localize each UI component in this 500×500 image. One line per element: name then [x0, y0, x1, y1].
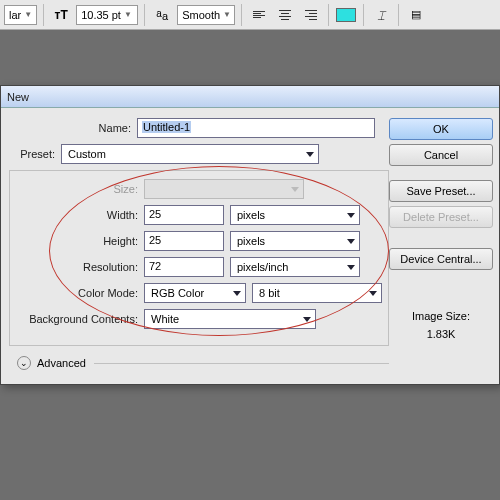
text-color-swatch[interactable] — [335, 4, 357, 26]
align-center-button[interactable] — [274, 4, 296, 26]
dimensions-group: Size: Width: 25 pixels Height: 25 pixels — [9, 170, 389, 346]
name-input[interactable]: Untitled-1 — [137, 118, 375, 138]
chevron-down-icon — [369, 291, 377, 296]
image-size-value: 1.83K — [389, 328, 493, 340]
name-label: Name: — [9, 122, 137, 134]
size-dropdown — [144, 179, 304, 199]
chevron-down-icon: ⌄ — [17, 356, 31, 370]
separator — [241, 4, 242, 26]
chevron-down-icon: ▼ — [124, 10, 132, 19]
bgcontents-label: Background Contents: — [16, 313, 144, 325]
chevron-down-icon — [347, 265, 355, 270]
dialog-title: New — [7, 91, 29, 103]
name-value: Untitled-1 — [142, 121, 191, 133]
chevron-down-icon — [347, 239, 355, 244]
cancel-button[interactable]: Cancel — [389, 144, 493, 166]
height-unit-dropdown[interactable]: pixels — [230, 231, 360, 251]
colormode-dropdown[interactable]: RGB Color — [144, 283, 246, 303]
separator — [94, 363, 389, 364]
warp-text-button[interactable]: ⌶ — [370, 4, 392, 26]
separator — [144, 4, 145, 26]
separator — [363, 4, 364, 26]
panels-button[interactable]: ▤ — [405, 4, 427, 26]
dialog-titlebar[interactable]: New — [1, 86, 499, 108]
separator — [43, 4, 44, 26]
preset-dropdown[interactable]: Custom — [61, 144, 319, 164]
antialias-dropdown[interactable]: Smooth ▼ — [177, 5, 235, 25]
ok-button[interactable]: OK — [389, 118, 493, 140]
device-central-button[interactable]: Device Central... — [389, 248, 493, 270]
antialias-value: Smooth — [182, 9, 220, 21]
font-style-tail: lar — [9, 9, 21, 21]
align-right-button[interactable] — [300, 4, 322, 26]
height-label: Height: — [16, 235, 144, 247]
chevron-down-icon — [303, 317, 311, 322]
colormode-label: Color Mode: — [16, 287, 144, 299]
font-style-dropdown[interactable]: lar ▼ — [4, 5, 37, 25]
preset-value: Custom — [68, 148, 106, 160]
font-size-value: 10.35 pt — [81, 9, 121, 21]
font-size-icon: тT — [50, 4, 72, 26]
chevron-down-icon: ▼ — [24, 10, 32, 19]
image-size-label: Image Size: — [389, 310, 493, 322]
bgcontents-dropdown[interactable]: White — [144, 309, 316, 329]
width-unit-dropdown[interactable]: pixels — [230, 205, 360, 225]
resolution-unit-dropdown[interactable]: pixels/inch — [230, 257, 360, 277]
chevron-down-icon — [291, 187, 299, 192]
height-input[interactable]: 25 — [144, 231, 224, 251]
resolution-input[interactable]: 72 — [144, 257, 224, 277]
chevron-down-icon: ▼ — [223, 10, 231, 19]
new-document-dialog: New Name: Untitled-1 Preset: Custom Size… — [0, 85, 500, 385]
bitdepth-dropdown[interactable]: 8 bit — [252, 283, 382, 303]
antialias-icon: aa — [151, 4, 173, 26]
font-size-dropdown[interactable]: 10.35 pt ▼ — [76, 5, 138, 25]
width-input[interactable]: 25 — [144, 205, 224, 225]
chevron-down-icon — [306, 152, 314, 157]
advanced-label: Advanced — [37, 357, 86, 369]
chevron-down-icon — [233, 291, 241, 296]
size-label: Size: — [16, 183, 144, 195]
save-preset-button[interactable]: Save Preset... — [389, 180, 493, 202]
options-toolbar: lar ▼ тT 10.35 pt ▼ aa Smooth ▼ ⌶ ▤ — [0, 0, 500, 30]
resolution-label: Resolution: — [16, 261, 144, 273]
separator — [328, 4, 329, 26]
image-size-display: Image Size: 1.83K — [389, 310, 493, 340]
advanced-toggle[interactable]: ⌄ Advanced — [9, 356, 389, 370]
delete-preset-button: Delete Preset... — [389, 206, 493, 228]
width-label: Width: — [16, 209, 144, 221]
chevron-down-icon — [347, 213, 355, 218]
separator — [398, 4, 399, 26]
preset-label: Preset: — [9, 148, 61, 160]
align-left-button[interactable] — [248, 4, 270, 26]
